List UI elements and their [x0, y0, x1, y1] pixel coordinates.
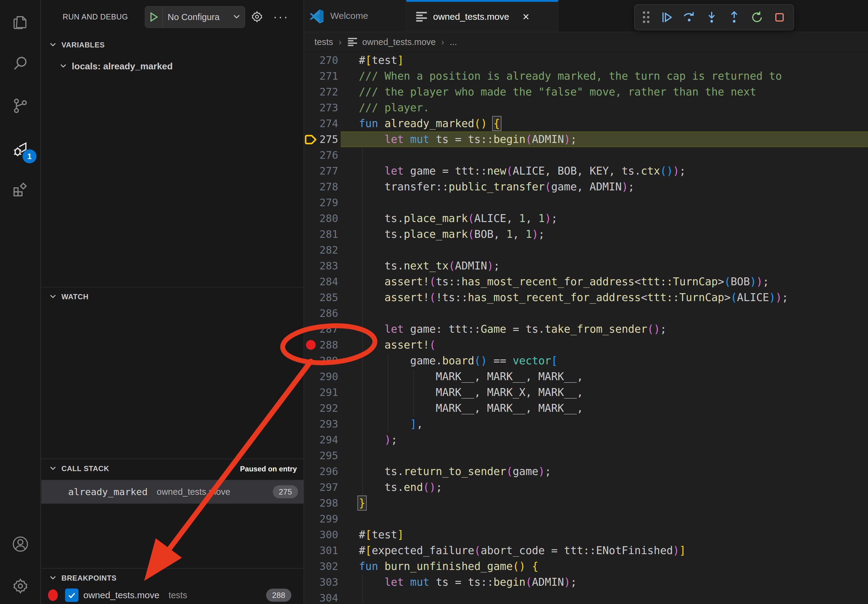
- code-line[interactable]: 289 game.board() == vector[: [304, 353, 868, 369]
- step-out-icon[interactable]: [726, 9, 743, 26]
- code-line[interactable]: 288 assert!(: [304, 337, 868, 353]
- gutter[interactable]: [304, 305, 318, 321]
- gutter[interactable]: [304, 590, 318, 604]
- settings-gear-icon[interactable]: [0, 569, 41, 603]
- code-line[interactable]: 279: [304, 195, 868, 211]
- code-line[interactable]: 300#[test]: [304, 527, 868, 542]
- code-line[interactable]: 284 assert!(ts::has_most_recent_for_addr…: [304, 274, 868, 290]
- code-line[interactable]: 295: [304, 448, 868, 463]
- gutter[interactable]: [304, 100, 318, 116]
- code-line[interactable]: 287 let game: ttt::Game = ts.take_from_s…: [304, 321, 868, 337]
- gutter[interactable]: [304, 384, 318, 400]
- code-line[interactable]: 274fun already_marked() {: [304, 116, 868, 132]
- breadcrumb-symbol[interactable]: ...: [450, 37, 457, 47]
- stop-icon[interactable]: [771, 9, 788, 26]
- code-line[interactable]: 271/// When a position is already marked…: [304, 68, 868, 84]
- code-line[interactable]: 270#[test]: [304, 52, 868, 68]
- code-line[interactable]: 291 MARK__, MARK_X, MARK__,: [304, 384, 868, 400]
- code-line[interactable]: 278 transfer::public_transfer(game, ADMI…: [304, 179, 868, 195]
- code-line[interactable]: 301#[expected_failure(abort_code = ttt::…: [304, 542, 868, 558]
- toolbar-drag-handle[interactable]: [640, 9, 653, 26]
- code-line[interactable]: 303 let mut ts = ts::begin(ADMIN);: [304, 574, 868, 590]
- gutter[interactable]: [304, 353, 318, 369]
- code-line[interactable]: 298}: [304, 495, 868, 511]
- gutter[interactable]: [304, 195, 318, 211]
- code-line[interactable]: 292 MARK__, MARK__, MARK__,: [304, 400, 868, 416]
- account-icon[interactable]: [0, 527, 41, 561]
- code-line[interactable]: 293 ],: [304, 416, 868, 432]
- gutter[interactable]: [304, 527, 318, 542]
- gutter[interactable]: [304, 68, 318, 84]
- code-line[interactable]: 276: [304, 147, 868, 163]
- gutter[interactable]: [304, 211, 318, 226]
- gutter[interactable]: [304, 337, 318, 353]
- restart-icon[interactable]: [749, 9, 766, 26]
- gutter[interactable]: [304, 321, 318, 337]
- start-debug-icon[interactable]: [145, 6, 163, 28]
- step-over-icon[interactable]: [680, 9, 698, 26]
- gutter[interactable]: [304, 558, 318, 574]
- gutter[interactable]: [304, 448, 318, 463]
- code-line[interactable]: 282: [304, 242, 868, 258]
- gutter[interactable]: [304, 495, 318, 511]
- gutter[interactable]: [304, 116, 318, 132]
- gutter[interactable]: [304, 132, 318, 147]
- code-line[interactable]: 302fun burn_unfinished_game() {: [304, 558, 868, 574]
- breakpoint-checkbox[interactable]: [65, 589, 79, 602]
- code-line[interactable]: 272/// the player who made the "false" m…: [304, 84, 868, 100]
- gutter[interactable]: [304, 369, 318, 384]
- code-line[interactable]: 290 MARK__, MARK__, MARK__,: [304, 369, 868, 384]
- step-into-icon[interactable]: [703, 9, 720, 26]
- continue-icon[interactable]: [658, 9, 675, 26]
- gutter[interactable]: [304, 179, 318, 195]
- more-actions-icon[interactable]: ···: [273, 0, 289, 34]
- gutter[interactable]: [304, 84, 318, 100]
- watch-section-header[interactable]: WATCH: [41, 287, 304, 306]
- gutter[interactable]: [304, 242, 318, 258]
- code-line[interactable]: 304: [304, 590, 868, 604]
- code-line[interactable]: 283 ts.next_tx(ADMIN);: [304, 258, 868, 274]
- call-stack-section-header[interactable]: CALL STACK Paused on entry: [41, 458, 304, 478]
- gutter[interactable]: [304, 226, 318, 242]
- code-line[interactable]: 286: [304, 305, 868, 321]
- code-line[interactable]: 297 ts.end();: [304, 479, 868, 495]
- run-and-debug-icon[interactable]: 1: [0, 132, 41, 166]
- gutter[interactable]: [304, 432, 318, 448]
- breadcrumb-file[interactable]: owned_tests.move: [362, 37, 436, 47]
- code-line[interactable]: 273/// player.: [304, 100, 868, 116]
- call-stack-frame-row[interactable]: already_marked owned_tests.move 275: [41, 480, 304, 503]
- gutter[interactable]: [304, 542, 318, 558]
- code-line[interactable]: 275 let mut ts = ts::begin(ADMIN);: [304, 132, 868, 147]
- close-icon[interactable]: ×: [522, 11, 529, 23]
- breadcrumb-folder[interactable]: tests: [315, 37, 333, 47]
- gutter[interactable]: [304, 400, 318, 416]
- gutter[interactable]: [304, 479, 318, 495]
- gutter[interactable]: [304, 290, 318, 305]
- search-icon[interactable]: [0, 46, 41, 80]
- gutter[interactable]: [304, 511, 318, 527]
- debug-settings-gear-icon[interactable]: [250, 0, 264, 34]
- extensions-icon[interactable]: [0, 173, 41, 206]
- breakpoints-section-header[interactable]: BREAKPOINTS: [41, 568, 304, 588]
- gutter[interactable]: [304, 463, 318, 479]
- gutter[interactable]: [304, 163, 318, 179]
- gutter[interactable]: [304, 416, 318, 432]
- code-line[interactable]: 277 let game = ttt::new(ALICE, BOB, KEY,…: [304, 163, 868, 179]
- tab-welcome[interactable]: Welcome: [304, 0, 406, 32]
- code-line[interactable]: 296 ts.return_to_sender(game);: [304, 463, 868, 479]
- gutter[interactable]: [304, 274, 318, 290]
- variables-section-header[interactable]: VARIABLES: [41, 35, 304, 55]
- explorer-icon[interactable]: [0, 5, 41, 39]
- code-line[interactable]: 299: [304, 511, 868, 527]
- breakpoint-row[interactable]: owned_tests.move tests 288: [41, 586, 304, 604]
- breakpoint-dot-icon[interactable]: [306, 340, 316, 350]
- code-line[interactable]: 280 ts.place_mark(ALICE, 1, 1);: [304, 211, 868, 226]
- tab-owned-tests[interactable]: owned_tests.move ×: [406, 0, 558, 32]
- gutter[interactable]: [304, 574, 318, 590]
- code-line[interactable]: 285 assert!(!ts::has_most_recent_for_add…: [304, 290, 868, 305]
- source-control-icon[interactable]: [0, 89, 41, 122]
- launch-config-dropdown[interactable]: No Configura: [145, 6, 245, 28]
- code-line[interactable]: 294 );: [304, 432, 868, 448]
- gutter[interactable]: [304, 147, 318, 163]
- code-area[interactable]: 270#[test]271/// When a position is alre…: [304, 52, 868, 604]
